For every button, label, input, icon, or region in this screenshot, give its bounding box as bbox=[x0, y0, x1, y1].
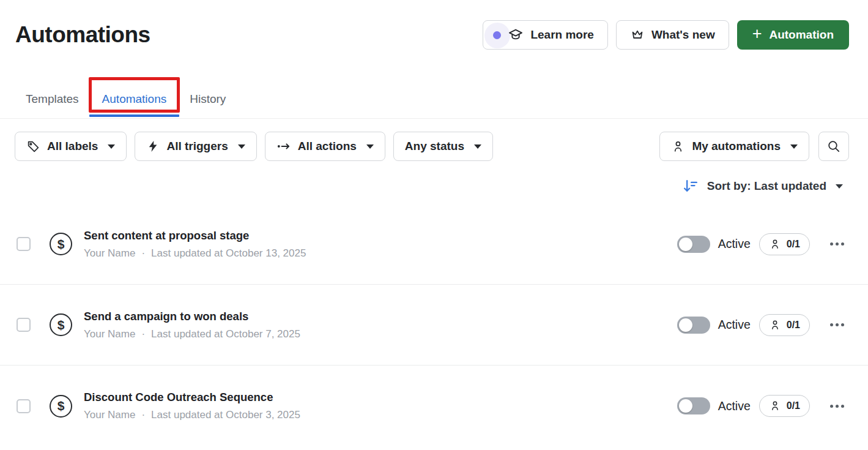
row-checkbox[interactable] bbox=[17, 318, 31, 332]
tab-templates-label: Templates bbox=[26, 92, 79, 106]
crown-icon bbox=[630, 28, 645, 42]
meta-separator: · bbox=[141, 247, 145, 260]
magnifier-icon bbox=[826, 139, 841, 154]
add-automation-button[interactable]: + Automation bbox=[737, 20, 849, 50]
filter-owner-label: My automations bbox=[692, 140, 781, 153]
person-icon bbox=[769, 400, 781, 412]
meta-separator: · bbox=[141, 409, 145, 421]
filter-triggers-dropdown[interactable]: All triggers bbox=[135, 132, 256, 161]
notification-dot-icon bbox=[493, 31, 501, 39]
dollar-glyph: $ bbox=[57, 318, 65, 332]
filter-status-dropdown[interactable]: Any status bbox=[393, 132, 493, 161]
person-icon bbox=[671, 140, 685, 154]
filter-labels-label: All labels bbox=[47, 140, 98, 153]
last-updated: Last updated at October 7, 2025 bbox=[151, 328, 300, 340]
active-toggle[interactable] bbox=[677, 317, 710, 334]
chevron-down-icon bbox=[836, 184, 843, 189]
dollar-circle-icon: $ bbox=[50, 313, 72, 336]
active-label: Active bbox=[718, 237, 751, 251]
usage-pill[interactable]: 0/1 bbox=[759, 395, 810, 417]
dot-arrow-icon bbox=[276, 139, 291, 154]
add-automation-label: Automation bbox=[769, 28, 834, 42]
active-label: Active bbox=[718, 399, 751, 413]
row-controls: Active 0/1 bbox=[677, 395, 845, 417]
filter-bar: All labels All triggers All actions Any … bbox=[0, 119, 868, 161]
active-toggle[interactable] bbox=[677, 236, 710, 253]
automation-row[interactable]: $ Send a campaign to won deals Your Name… bbox=[0, 285, 868, 366]
tab-history-label: History bbox=[190, 92, 226, 106]
tab-bar: Templates Automations History bbox=[0, 80, 868, 119]
tab-automations[interactable]: Automations bbox=[92, 80, 177, 119]
toggle-knob bbox=[679, 399, 692, 413]
usage-count: 0/1 bbox=[787, 320, 800, 331]
filter-triggers-label: All triggers bbox=[166, 140, 228, 153]
automation-meta: Your Name · Last updated at October 13, … bbox=[84, 247, 306, 260]
toggle-knob bbox=[679, 318, 692, 332]
chevron-down-icon bbox=[790, 144, 798, 149]
row-checkbox[interactable] bbox=[17, 399, 31, 413]
chevron-down-icon bbox=[238, 144, 245, 149]
automation-title: Send a campaign to won deals bbox=[84, 310, 300, 323]
ellipsis-icon[interactable] bbox=[829, 239, 845, 249]
automation-row[interactable]: $ Discount Code Outreach Sequence Your N… bbox=[0, 366, 868, 446]
tab-history[interactable]: History bbox=[179, 80, 236, 119]
plus-icon: + bbox=[752, 26, 762, 42]
chevron-down-icon bbox=[108, 144, 115, 149]
header-actions: Learn more What's new + Automation bbox=[483, 20, 849, 50]
owner-name: Your Name bbox=[84, 247, 135, 260]
last-updated: Last updated at October 3, 2025 bbox=[151, 409, 300, 421]
whats-new-label: What's new bbox=[651, 28, 715, 42]
filter-group: All labels All triggers All actions Any … bbox=[15, 132, 493, 161]
tab-automations-label: Automations bbox=[102, 92, 167, 106]
row-controls: Active 0/1 bbox=[677, 233, 845, 255]
page-header: Automations Learn more What's new + Auto… bbox=[0, 0, 868, 50]
owner-name: Your Name bbox=[84, 409, 135, 421]
ellipsis-icon[interactable] bbox=[829, 401, 845, 411]
active-toggle[interactable] bbox=[677, 397, 710, 414]
tabs: Templates Automations History bbox=[0, 80, 868, 119]
active-label: Active bbox=[718, 318, 751, 332]
sort-by-dropdown[interactable]: Sort by: Last updated bbox=[707, 179, 826, 193]
search-button[interactable] bbox=[818, 132, 849, 161]
row-controls: Active 0/1 bbox=[677, 314, 845, 336]
filter-actions-dropdown[interactable]: All actions bbox=[265, 132, 385, 161]
row-text: Discount Code Outreach Sequence Your Nam… bbox=[84, 391, 300, 421]
row-checkbox[interactable] bbox=[17, 237, 31, 251]
meta-separator: · bbox=[141, 328, 145, 340]
dollar-circle-icon: $ bbox=[50, 395, 72, 418]
dollar-circle-icon: $ bbox=[50, 233, 72, 255]
tag-icon bbox=[26, 140, 40, 154]
filter-owner-dropdown[interactable]: My automations bbox=[659, 132, 809, 161]
filter-labels-dropdown[interactable]: All labels bbox=[15, 132, 127, 161]
row-text: Sent content at proposal stage Your Name… bbox=[84, 229, 306, 260]
tab-templates[interactable]: Templates bbox=[15, 80, 89, 119]
chevron-down-icon bbox=[474, 144, 481, 149]
page-title: Automations bbox=[15, 22, 150, 48]
automation-title: Discount Code Outreach Sequence bbox=[84, 391, 300, 404]
whats-new-button[interactable]: What's new bbox=[616, 20, 729, 50]
chevron-down-icon bbox=[366, 144, 374, 149]
learn-more-label: Learn more bbox=[530, 28, 593, 42]
owner-name: Your Name bbox=[84, 328, 135, 340]
row-text: Send a campaign to won deals Your Name ·… bbox=[84, 310, 300, 340]
ellipsis-icon[interactable] bbox=[829, 320, 845, 330]
person-icon bbox=[769, 238, 781, 250]
filter-status-label: Any status bbox=[405, 140, 464, 153]
sort-descending-icon bbox=[682, 178, 699, 195]
page-divider bbox=[0, 118, 868, 119]
toggle-knob bbox=[679, 238, 692, 251]
usage-count: 0/1 bbox=[787, 239, 800, 250]
usage-count: 0/1 bbox=[787, 400, 800, 411]
automation-row[interactable]: $ Sent content at proposal stage Your Na… bbox=[0, 204, 868, 285]
automation-list: $ Sent content at proposal stage Your Na… bbox=[0, 204, 868, 446]
automation-meta: Your Name · Last updated at October 7, 2… bbox=[84, 328, 300, 340]
learn-more-button[interactable]: Learn more bbox=[483, 20, 607, 50]
dollar-glyph: $ bbox=[57, 399, 65, 413]
automation-title: Sent content at proposal stage bbox=[84, 229, 306, 242]
graduation-cap-icon bbox=[508, 27, 524, 43]
dollar-glyph: $ bbox=[57, 237, 65, 252]
usage-pill[interactable]: 0/1 bbox=[759, 233, 810, 255]
usage-pill[interactable]: 0/1 bbox=[759, 314, 810, 336]
person-icon bbox=[769, 319, 781, 331]
sort-row: Sort by: Last updated bbox=[0, 161, 868, 195]
